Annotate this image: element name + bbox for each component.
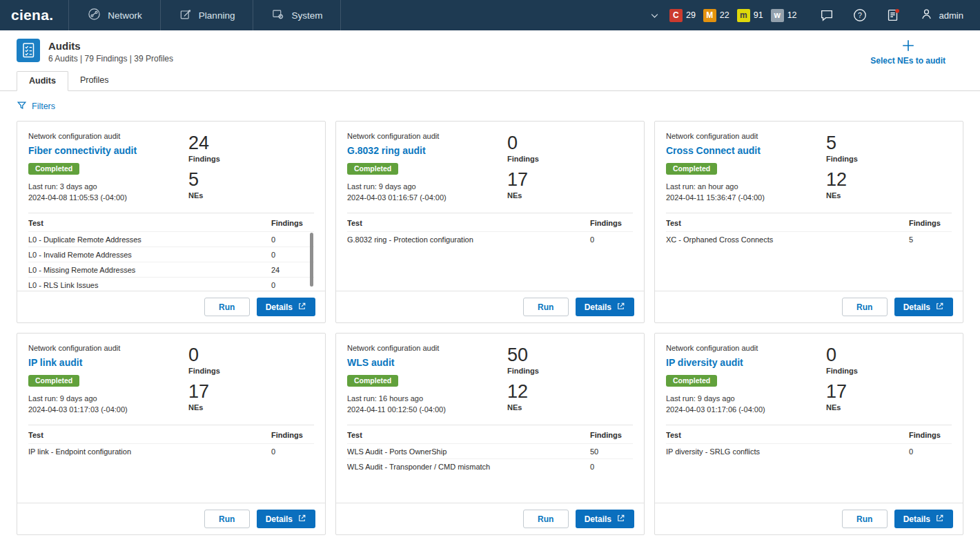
details-button[interactable]: Details [576,298,634,316]
alarm-minor-badge: m [737,9,750,22]
card-stats: 5 Findings 12 NEs [826,132,858,206]
test-table-header-row: Test Findings [347,425,633,444]
run-button[interactable]: Run [842,298,888,316]
run-button[interactable]: Run [204,298,250,316]
details-button-label: Details [903,302,930,312]
alarm-major[interactable]: M 22 [703,9,729,22]
run-button[interactable]: Run [523,298,569,316]
test-table-wrap: Test Findings IP link - Endpoint configu… [28,425,314,503]
findings-label: Findings [507,367,539,375]
audit-title-link[interactable]: Cross Connect audit [666,145,761,156]
nes-label: NEs [507,191,539,200]
alarm-warning-count: 12 [787,10,797,20]
last-run-text: Last run: 9 days ago [347,182,507,191]
tab-profiles[interactable]: Profiles [68,71,121,91]
status-badge: Completed [28,163,79,175]
test-findings-count: 0 [271,278,314,291]
table-scrollbar[interactable] [310,233,313,287]
nav-network-label: Network [108,10,142,21]
alarm-critical[interactable]: C 29 [669,9,696,22]
card-stats: 0 Findings 17 NEs [826,344,858,418]
nav-planning[interactable]: Planning [160,0,253,30]
details-button-label: Details [266,514,293,524]
test-findings-count: 0 [271,232,314,247]
card-footer: Run Details [655,291,963,322]
details-button[interactable]: Details [894,510,953,528]
alarm-minor[interactable]: m 91 [737,9,763,22]
nav-network[interactable]: Network [68,0,160,30]
tab-audits[interactable]: Audits [17,71,68,91]
timestamp-text: 2024-04-08 11:05:53 (-04:00) [28,193,188,202]
ciena-logo[interactable]: ciena. [11,7,53,23]
test-table: Test Findings XC - Orphaned Cross Connec… [666,213,952,246]
audit-card: Network configuration audit Cross Connec… [654,121,963,323]
test-table: Test Findings IP link - Endpoint configu… [28,425,314,458]
details-button-label: Details [903,514,930,524]
last-run-text: Last run: 3 days ago [28,182,188,191]
audit-title-link[interactable]: IP diversity audit [666,357,743,368]
user-menu[interactable]: admin [910,7,970,23]
details-button[interactable]: Details [576,510,634,528]
test-name: L0 - Invalid Remote Addresses [28,247,271,262]
findings-column-header: Findings [909,425,952,444]
nav-planning-label: Planning [199,10,235,21]
nes-count: 17 [826,381,858,403]
tab-bar: Audits Profiles [0,71,980,91]
card-footer: Run Details [336,291,644,322]
chevron-down-icon[interactable] [643,10,667,21]
status-badge: Completed [28,375,79,387]
external-link-icon [297,302,306,313]
test-name: L0 - Duplicate Remote Addresses [28,232,271,247]
reports-icon[interactable] [876,8,910,23]
timestamp-text: 2024-04-03 01:16:57 (-04:00) [347,193,507,202]
card-stats: 0 Findings 17 NEs [188,344,220,418]
audit-title-link[interactable]: WLS audit [347,357,394,368]
test-table-body: L0 - Duplicate Remote Addresses0L0 - Inv… [28,232,314,291]
notification-dot [895,9,899,13]
test-name: IP link - Endpoint configuration [28,444,271,459]
nav-system[interactable]: System [253,0,341,30]
nes-label: NEs [188,403,220,412]
details-button[interactable]: Details [894,298,953,316]
help-icon[interactable]: ? [843,8,876,23]
test-name: WLS Audit - Transponder / CMD mismatch [347,459,590,474]
test-column-header: Test [347,425,590,444]
card-top: Network configuration audit IP link audi… [17,334,325,418]
filter-funnel-icon [17,100,27,113]
audit-title-link[interactable]: Fiber connectivity audit [28,145,137,156]
audit-category: Network configuration audit [28,132,188,140]
run-button[interactable]: Run [523,510,569,528]
details-button[interactable]: Details [257,298,315,316]
alarm-major-count: 22 [720,10,729,20]
nav-system-label: System [291,10,322,21]
alarm-major-badge: M [703,9,716,22]
test-table: Test Findings IP diversity - SRLG confli… [666,425,952,458]
test-table-wrap: Test Findings L0 - Duplicate Remote Addr… [28,213,314,291]
alarm-warning[interactable]: w 12 [771,9,797,22]
feedback-icon[interactable] [810,8,843,23]
audit-title-link[interactable]: IP link audit [28,357,82,368]
test-findings-count: 0 [909,444,952,459]
run-button[interactable]: Run [204,510,250,528]
details-button[interactable]: Details [257,510,315,528]
card-stats: 50 Findings 12 NEs [507,344,539,418]
external-link-icon [616,302,625,313]
findings-column-header: Findings [590,213,633,232]
audit-title-link[interactable]: G.8032 ring audit [347,145,426,156]
test-table-wrap: Test Findings XC - Orphaned Cross Connec… [666,213,952,291]
run-button[interactable]: Run [842,510,888,528]
card-top: Network configuration audit Cross Connec… [655,122,963,206]
card-top: Network configuration audit WLS audit Co… [336,334,644,418]
card-footer: Run Details [655,503,963,534]
filters-toggle[interactable]: Filters [32,102,55,111]
select-nes-to-audit-button[interactable]: Select NEs to audit [870,38,945,66]
header-text: Audits 6 Audits | 79 Findings | 39 Profi… [48,40,173,64]
test-findings-count: 5 [909,232,952,247]
user-name: admin [939,10,963,21]
nes-count: 12 [507,381,539,403]
audit-card: Network configuration audit IP diversity… [654,333,963,535]
planning-icon [179,8,193,23]
page-header: Audits 6 Audits | 79 Findings | 39 Profi… [0,30,980,71]
findings-count: 24 [188,133,220,154]
last-run-text: Last run: 9 days ago [28,394,188,403]
